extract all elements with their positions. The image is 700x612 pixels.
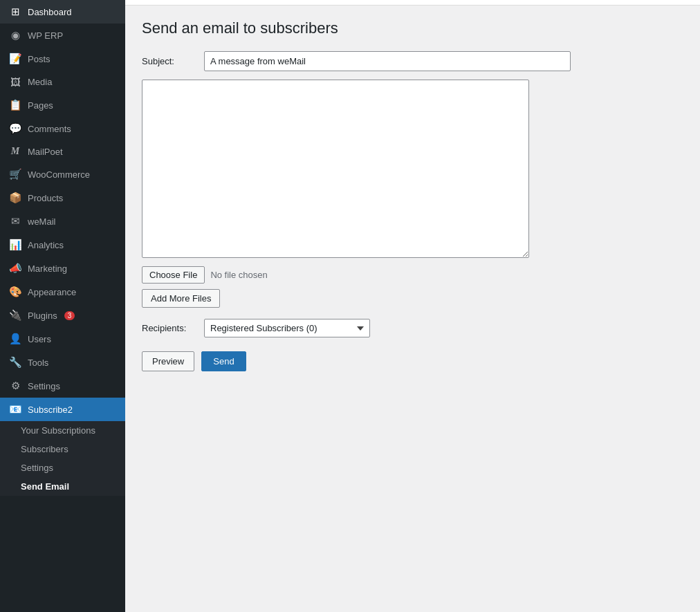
sidebar-item-pages[interactable]: 📋 Pages <box>0 93 125 117</box>
analytics-icon: 📊 <box>8 239 22 251</box>
sidebar-item-appearance[interactable]: 🎨 Appearance <box>0 280 125 304</box>
appearance-icon: 🎨 <box>8 286 22 298</box>
no-file-text: No file chosen <box>210 270 267 280</box>
send-button[interactable]: Send <box>201 351 246 371</box>
subscribe2-section: 📧 Subscribe2 Your Subscriptions Subscrib… <box>0 398 125 496</box>
subscribe2-icon: 📧 <box>8 403 22 416</box>
settings-icon: ⚙ <box>8 380 22 392</box>
tools-icon: 🔧 <box>8 356 22 369</box>
pages-icon: 📋 <box>8 99 22 111</box>
sidebar-item-woocommerce[interactable]: 🛒 WooCommerce <box>0 163 125 186</box>
media-icon: 🖼 <box>8 76 22 88</box>
woocommerce-icon: 🛒 <box>8 168 22 180</box>
submenu-settings[interactable]: Settings <box>0 458 125 477</box>
subject-label: Subject: <box>142 56 197 66</box>
choose-file-button[interactable]: Choose File <box>142 266 205 284</box>
add-more-files-button[interactable]: Add More Files <box>142 289 220 308</box>
subscribe2-submenu: Your Subscriptions Subscribers Settings … <box>0 421 125 496</box>
sidebar-item-posts[interactable]: 📝 Posts <box>0 47 125 71</box>
submenu-subscribers[interactable]: Subscribers <box>0 440 125 458</box>
submenu-your-subscriptions[interactable]: Your Subscriptions <box>0 421 125 440</box>
main-content: Send an email to subscribers Subject: Ch… <box>125 0 700 612</box>
sidebar-item-analytics[interactable]: 📊 Analytics <box>0 233 125 257</box>
sidebar-item-users[interactable]: 👤 Users <box>0 327 125 351</box>
sidebar-item-media[interactable]: 🖼 Media <box>0 71 125 93</box>
page-title: Send an email to subscribers <box>142 19 683 37</box>
marketing-icon: 📣 <box>8 262 22 275</box>
message-textarea[interactable] <box>142 80 529 258</box>
recipients-label: Recipients: <box>142 323 197 333</box>
mailpoet-icon: M <box>8 146 22 157</box>
subject-input[interactable] <box>204 51 571 71</box>
sidebar-item-dashboard[interactable]: ⊞ Dashboard <box>0 0 125 24</box>
subject-row: Subject: <box>142 51 683 71</box>
file-row: Choose File No file chosen <box>142 266 683 284</box>
sidebar-item-comments[interactable]: 💬 Comments <box>0 117 125 140</box>
comments-icon: 💬 <box>8 122 22 135</box>
sidebar-item-mailpoet[interactable]: M MailPoet <box>0 140 125 163</box>
wemail-icon: ✉ <box>8 215 22 228</box>
recipients-row: Recipients: Registered Subscribers (0) <box>142 319 683 337</box>
wp-erp-icon: ◉ <box>8 29 22 41</box>
sidebar: ⊞ Dashboard ◉ WP ERP 📝 Posts 🖼 Media 📋 P… <box>0 0 125 612</box>
users-icon: 👤 <box>8 333 22 345</box>
products-icon: 📦 <box>8 192 22 204</box>
dashboard-icon: ⊞ <box>8 6 22 18</box>
preview-button[interactable]: Preview <box>142 351 194 371</box>
plugins-icon: 🔌 <box>8 309 22 322</box>
sidebar-item-plugins[interactable]: 🔌 Plugins 3 <box>0 304 125 327</box>
sidebar-item-subscribe2[interactable]: 📧 Subscribe2 <box>0 398 125 421</box>
sidebar-item-settings[interactable]: ⚙ Settings <box>0 374 125 398</box>
submenu-send-email[interactable]: Send Email <box>0 477 125 496</box>
plugins-badge: 3 <box>64 311 75 320</box>
action-buttons: Preview Send <box>142 351 683 371</box>
sidebar-item-products[interactable]: 📦 Products <box>0 186 125 210</box>
sidebar-item-tools[interactable]: 🔧 Tools <box>0 351 125 374</box>
posts-icon: 📝 <box>8 53 22 65</box>
sidebar-item-wemail[interactable]: ✉ weMail <box>0 210 125 233</box>
recipients-select[interactable]: Registered Subscribers (0) <box>204 319 370 337</box>
sidebar-item-wp-erp[interactable]: ◉ WP ERP <box>0 24 125 47</box>
sidebar-item-marketing[interactable]: 📣 Marketing <box>0 257 125 280</box>
